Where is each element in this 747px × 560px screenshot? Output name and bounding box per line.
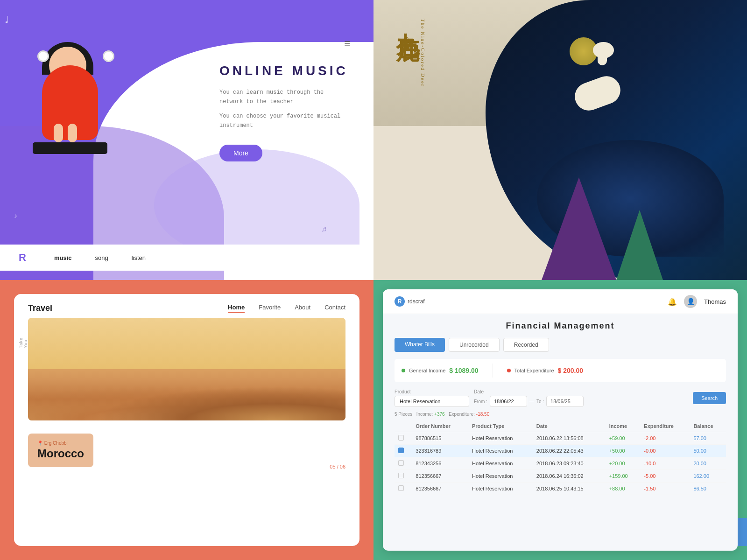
mountain-purple: [542, 177, 616, 280]
music-logo[interactable]: R: [19, 252, 26, 264]
travel-header: Travel Home Favorite About Contact: [14, 294, 359, 318]
search-row: Product Date From : — To : Search: [395, 389, 726, 407]
deer-head: [593, 42, 614, 58]
location-pin: 📍 Erg Chebbi: [37, 441, 84, 446]
financial-logo-icon: R: [395, 296, 405, 307]
row-expense: -1.50: [640, 483, 690, 495]
expense-stat: Total Expenditure $ 200.00: [507, 367, 584, 374]
product-input[interactable]: [395, 396, 469, 407]
row-order: 812356667: [412, 470, 468, 483]
financial-logo-text: rdscraf: [408, 298, 425, 305]
product-label: Product: [395, 389, 469, 394]
bell-icon[interactable]: 🔔: [668, 297, 677, 306]
hamburger-menu-icon[interactable]: ≡: [219, 37, 350, 49]
financial-quadrant: R rdscraf 🔔 👤 Thomas Financial Managemen…: [374, 280, 747, 560]
travel-nav-contact[interactable]: Contact: [324, 304, 345, 313]
row-order: 987886515: [412, 432, 468, 445]
row-income: +20.00: [606, 457, 641, 470]
product-field-group: Product: [395, 389, 469, 407]
row-order: 812343256: [412, 457, 468, 470]
mountain-teal: [616, 210, 663, 280]
row-order: 812356667: [412, 483, 468, 495]
to-date-input[interactable]: [546, 396, 584, 407]
nav-listen[interactable]: listen: [132, 254, 146, 261]
search-button[interactable]: Search: [693, 392, 726, 404]
row-type: Hotel Reservation: [468, 445, 533, 457]
row-type: Hotel Reservation: [468, 432, 533, 445]
tab-whater-bills[interactable]: Whater Bills: [395, 338, 445, 352]
chinese-art-quadrant: 九色鹿 The Nine-Colored Deer: [374, 0, 747, 280]
nav-music[interactable]: music: [54, 254, 72, 261]
row-income: +159.00: [606, 470, 641, 483]
girl-legs-right: [68, 124, 77, 142]
row-date: 2018.06.25 10:43:15: [533, 483, 606, 495]
music-content: ≡ ONLINE MUSIC You can learn music throu…: [219, 37, 350, 161]
to-label: To :: [536, 399, 544, 404]
row-date: 2018.06.23 09:23:40: [533, 457, 606, 470]
from-date-input[interactable]: [490, 396, 527, 407]
row-balance: 162.00: [690, 470, 726, 483]
financial-stats-row: General Income $ 1089.00 Total Expenditu…: [395, 359, 726, 382]
date-label: Date: [474, 389, 584, 394]
col-balance: Balance: [690, 420, 726, 432]
more-button[interactable]: More: [219, 145, 262, 161]
income-stat: General Income $ 1089.00: [402, 367, 479, 374]
piano: [33, 142, 107, 154]
row-checkbox[interactable]: [395, 483, 412, 495]
expense-label: Total Expenditure: [514, 368, 554, 373]
music-note-3: ♪: [14, 212, 17, 219]
financial-card: R rdscraf 🔔 👤 Thomas Financial Managemen…: [383, 289, 738, 551]
nav-song[interactable]: song: [95, 254, 108, 261]
row-income: +50.00: [606, 445, 641, 457]
row-checkbox[interactable]: [395, 470, 412, 483]
travel-nav-about[interactable]: About: [295, 304, 310, 313]
girl-legs-left: [54, 124, 63, 142]
expense-value: $ 200.00: [558, 367, 584, 374]
row-checkbox[interactable]: [395, 457, 412, 470]
travel-nav-favorite[interactable]: Favorite: [259, 304, 281, 313]
financial-page-title: Financial Management: [395, 321, 726, 331]
from-label: From :: [474, 399, 487, 404]
income-dot: [402, 369, 405, 372]
table-row: 987886515 Hotel Reservation 2018.06.22 1…: [395, 432, 726, 445]
music-note-2: ♫: [359, 47, 364, 55]
chinese-title: 九色鹿: [392, 14, 423, 21]
music-nav: R music song listen: [0, 245, 374, 271]
row-date: 2018.06.22 22:05:43: [533, 445, 606, 457]
online-music-quadrant: ♩ ♫ ♪ ♬ ≡ ONLINE MUSIC You can learn mus…: [0, 0, 374, 280]
travel-logo: Travel: [28, 303, 52, 313]
row-checkbox[interactable]: [395, 445, 412, 457]
music-note-4: ♬: [321, 225, 327, 233]
transactions-table: Order Number Product Type Date Income Ex…: [395, 420, 726, 495]
table-row: 812356667 Hotel Reservation 2018.06.24 1…: [395, 470, 726, 483]
row-income: +59.00: [606, 432, 641, 445]
username-label: Thomas: [704, 298, 726, 305]
row-type: Hotel Reservation: [468, 457, 533, 470]
col-date: Date: [533, 420, 606, 432]
row-balance: 50.00: [690, 445, 726, 457]
music-desc-1: You can learn music through the network …: [219, 88, 350, 107]
travel-quadrant: Travel Home Favorite About Contact 01 Ta…: [0, 280, 374, 560]
row-checkbox[interactable]: [395, 432, 412, 445]
row-date: 2018.06.24 16:36:02: [533, 470, 606, 483]
table-row: 323316789 Hotel Reservation 2018.06.22 2…: [395, 445, 726, 457]
location-card: 📍 Erg Chebbi Morocco: [28, 434, 93, 467]
financial-header-right: 🔔 👤 Thomas: [668, 295, 726, 308]
income-label: General Income: [409, 368, 445, 373]
music-desc-2: You can choose your favorite musical ins…: [219, 112, 350, 131]
girl-illustration: [28, 37, 121, 168]
financial-body: Financial Management Whater Bills Unreco…: [383, 314, 738, 502]
col-expense: Expenditure: [640, 420, 690, 432]
headphone-left: [37, 50, 49, 62]
headphone-right: [103, 50, 114, 62]
music-page-title: ONLINE MUSIC: [219, 63, 350, 78]
tab-unrecorded[interactable]: Unrecorded: [449, 338, 500, 352]
row-balance: 86.50: [690, 483, 726, 495]
tab-recorded[interactable]: Recorded: [503, 338, 549, 352]
travel-nav-home[interactable]: Home: [228, 304, 245, 313]
row-income: +88.00: [606, 483, 641, 495]
row-balance: 57.00: [690, 432, 726, 445]
row-expense: -2.00: [640, 432, 690, 445]
location-name: Erg Chebbi: [44, 441, 68, 446]
table-row: 812343256 Hotel Reservation 2018.06.23 0…: [395, 457, 726, 470]
